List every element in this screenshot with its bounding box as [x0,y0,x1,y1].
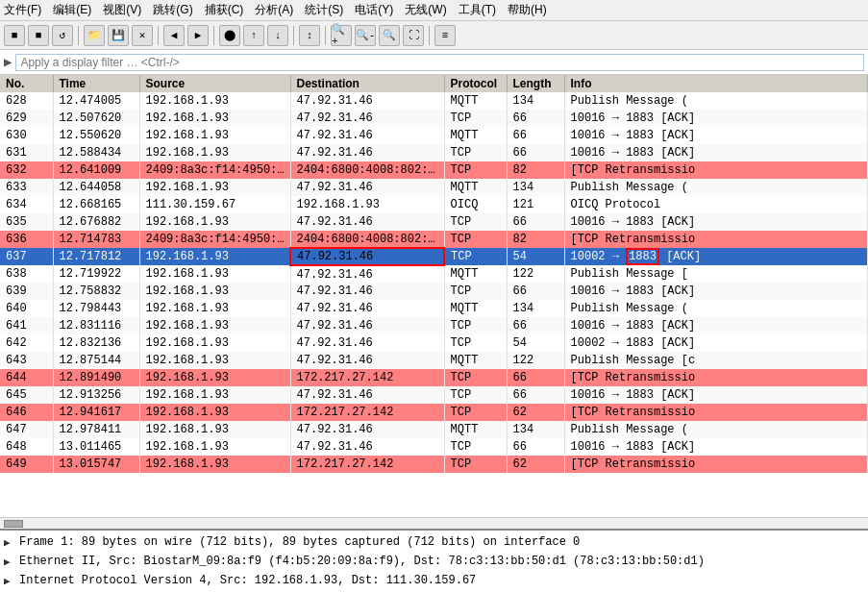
cell-info: OICQ Protocol [564,196,867,213]
menu-file[interactable]: 文件(F) [4,2,41,18]
cell-len: 66 [507,110,564,127]
table-row[interactable]: 64212.832136192.168.1.9347.92.31.46TCP54… [0,334,868,352]
table-row[interactable]: 64712.978411192.168.1.9347.92.31.46MQTT1… [0,421,868,438]
toolbar-close-btn[interactable]: ✕ [132,25,153,46]
cell-proto: TCP [444,386,507,404]
cell-proto: TCP [444,161,507,179]
filter-arrow-icon: ▶ [4,54,12,70]
col-info: Info [564,75,867,92]
cell-dst: 47.92.31.46 [290,386,444,404]
menu-edit[interactable]: 编辑(E) [53,2,91,18]
menu-goto[interactable]: 跳转(G) [153,2,192,18]
detail-row[interactable]: ▶Frame 1: 89 bytes on wire (712 bits), 8… [4,532,864,552]
cell-no: 649 [0,456,53,473]
table-row[interactable]: 62912.507620192.168.1.9347.92.31.46TCP66… [0,110,868,127]
cell-src: 192.168.1.93 [139,317,290,334]
cell-len: 62 [507,404,564,421]
toolbar-top-btn[interactable]: ↑ [243,25,264,46]
table-row[interactable]: 64312.875144192.168.1.9347.92.31.46MQTT1… [0,352,868,369]
toolbar-autoscroll-btn[interactable]: ↕ [299,25,320,46]
table-row[interactable]: 63412.668165111.30.159.67192.168.1.93OIC… [0,196,868,213]
toolbar-zoom-in-btn[interactable]: 🔍+ [331,25,352,46]
menu-phone[interactable]: 电话(Y) [355,2,393,18]
table-row[interactable]: 64612.941617192.168.1.93172.217.27.142TC… [0,404,868,421]
menu-stats[interactable]: 统计(S) [305,2,343,18]
cell-info: Publish Message [c [564,352,867,369]
table-row[interactable]: 63112.588434192.168.1.9347.92.31.46TCP66… [0,144,868,161]
toolbar-stop-btn[interactable]: ■ [28,25,49,46]
menu-help[interactable]: 帮助(H) [508,2,547,18]
cell-dst: 2404:6800:4008:802:… [290,231,444,248]
table-row[interactable]: 63712.717812192.168.1.9347.92.31.46TCP54… [0,248,868,265]
toolbar-file-btn[interactable]: 📁 [84,25,105,46]
toolbar-bot-btn[interactable]: ↓ [267,25,288,46]
table-row[interactable]: 63512.676882192.168.1.9347.92.31.46TCP66… [0,213,868,231]
cell-src: 111.30.159.67 [139,196,290,213]
cell-no: 645 [0,386,53,404]
table-row[interactable]: 63912.758832192.168.1.9347.92.31.46TCP66… [0,283,868,300]
table-row[interactable]: 64112.831116192.168.1.9347.92.31.46TCP66… [0,317,868,334]
hscrollbar[interactable] [0,517,868,529]
cell-proto: TCP [444,438,507,456]
table-row[interactable]: 63012.550620192.168.1.9347.92.31.46MQTT6… [0,127,868,144]
toolbar-zoom-reset-btn[interactable]: 🔍 [379,25,400,46]
toolbar-fwd-btn[interactable]: ▶ [187,25,209,46]
cell-len: 66 [507,283,564,300]
toolbar-fullscreen-btn[interactable]: ⛶ [403,25,424,46]
cell-len: 122 [507,352,564,369]
cell-src: 192.168.1.93 [139,283,290,300]
table-row[interactable]: 62812.474005192.168.1.9347.92.31.46MQTT1… [0,92,868,110]
menu-view[interactable]: 视图(V) [103,2,141,18]
toolbar-open-btn[interactable]: ■ [4,25,25,46]
cell-proto: MQTT [444,265,507,283]
table-row[interactable]: 63312.644058192.168.1.9347.92.31.46MQTT1… [0,179,868,196]
table-row[interactable]: 63212.6410092409:8a3c:f14:4950:…2404:680… [0,161,868,179]
cell-src: 192.168.1.93 [139,438,290,456]
cell-dst: 47.92.31.46 [290,334,444,352]
cell-no: 646 [0,404,53,421]
detail-text: Internet Protocol Version 4, Src: 192.16… [19,574,476,587]
cell-no: 639 [0,283,53,300]
col-proto: Protocol [444,75,507,92]
detail-row[interactable]: ▶Internet Protocol Version 4, Src: 192.1… [4,571,864,590]
cell-info: 10002 → 1883 [ACK] [564,334,867,352]
table-row[interactable]: 63812.719922192.168.1.9347.92.31.46MQTT1… [0,265,868,283]
cell-len: 54 [507,334,564,352]
toolbar-goto-btn[interactable]: ⬤ [219,25,240,46]
cell-dst: 47.92.31.46 [290,265,444,283]
table-row[interactable]: 63612.7147832409:8a3c:f14:4950:…2404:680… [0,231,868,248]
filter-input[interactable] [15,54,864,71]
cell-info: 10016 → 1883 [ACK] [564,110,867,127]
table-row[interactable]: 64512.913256192.168.1.9347.92.31.46TCP66… [0,386,868,404]
toolbar-save-btn[interactable]: 💾 [108,25,129,46]
cell-dst: 47.92.31.46 [290,144,444,161]
cell-len: 82 [507,161,564,179]
hscrollbar-thumb[interactable] [4,520,23,528]
cell-dst: 47.92.31.46 [290,421,444,438]
table-row[interactable]: 64412.891490192.168.1.93172.217.27.142TC… [0,369,868,386]
packet-list[interactable]: No. Time Source Destination Protocol Len… [0,75,868,517]
cell-dst: 47.92.31.46 [290,213,444,231]
table-row[interactable]: 64813.011465192.168.1.9347.92.31.46TCP66… [0,438,868,456]
toolbar-back-btn[interactable]: ◀ [163,25,185,46]
toolbar-zoom-out-btn[interactable]: 🔍- [355,25,376,46]
detail-row[interactable]: ▶Ethernet II, Src: BiostarM_09:8a:f9 (f4… [4,552,864,571]
cell-time: 12.891490 [53,369,139,386]
cell-time: 12.831116 [53,317,139,334]
cell-src: 192.168.1.93 [139,386,290,404]
menu-capture[interactable]: 捕获(C) [205,2,244,18]
cell-time: 12.941617 [53,404,139,421]
cell-info: 10016 → 1883 [ACK] [564,438,867,456]
menu-analyze[interactable]: 分析(A) [255,2,293,18]
table-row[interactable]: 64913.015747192.168.1.93172.217.27.142TC… [0,456,868,473]
cell-proto: TCP [444,231,507,248]
table-header: No. Time Source Destination Protocol Len… [0,75,868,92]
menu-tools[interactable]: 工具(T) [459,2,496,18]
toolbar-coloring-btn[interactable]: ≡ [434,25,456,46]
cell-src: 192.168.1.93 [139,265,290,283]
cell-no: 633 [0,179,53,196]
cell-info: Publish Message ( [564,300,867,317]
menu-wireless[interactable]: 无线(W) [405,2,446,18]
toolbar-restart-btn[interactable]: ↺ [52,25,73,46]
table-row[interactable]: 64012.798443192.168.1.9347.92.31.46MQTT1… [0,300,868,317]
